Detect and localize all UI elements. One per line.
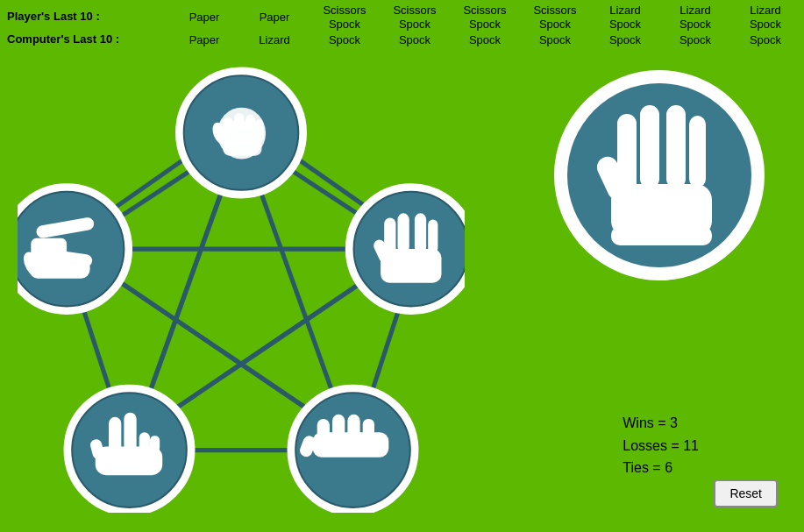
svg-rect-59 <box>666 105 686 188</box>
player-move-4: ScissorsSpock <box>380 4 450 31</box>
svg-rect-22 <box>245 115 255 131</box>
computer-move-8: Spock <box>660 33 730 47</box>
player-move-10: Spock <box>800 11 804 25</box>
computer-label: Computer's Last 10 : <box>7 31 169 49</box>
game-diagram <box>18 66 465 513</box>
player-move-2: Paper <box>239 11 310 25</box>
svg-rect-36 <box>317 419 330 444</box>
player-history-row: Player's Last 10 : Paper Paper ScissorsS… <box>7 4 797 31</box>
svg-rect-31 <box>428 219 438 253</box>
svg-rect-47 <box>150 436 160 451</box>
player-move-3: ScissorsSpock <box>310 4 380 31</box>
computer-move-6: Spock <box>520 33 590 47</box>
svg-rect-62 <box>611 226 712 245</box>
svg-rect-39 <box>363 419 374 443</box>
game-stats: Wins = 3 Losses = 11 Ties = 6 <box>623 412 699 479</box>
player-move-7: LizardSpock <box>590 4 660 31</box>
svg-rect-44 <box>109 417 121 453</box>
computer-choice-panel <box>532 70 786 298</box>
computer-move-10: Spock <box>800 33 804 47</box>
computer-move-3: Spock <box>310 33 380 47</box>
computer-history-row: Computer's Last 10 : Paper Lizard Spock … <box>7 31 797 49</box>
reset-button[interactable]: Reset <box>714 479 778 507</box>
player-move-8: LizardSpock <box>660 4 730 31</box>
player-move-5: ScissorsSpock <box>450 4 520 31</box>
computer-move-5: Spock <box>450 33 520 47</box>
svg-rect-23 <box>255 119 263 132</box>
svg-rect-45 <box>124 413 136 452</box>
svg-rect-29 <box>398 213 409 253</box>
computer-move-2: Lizard <box>239 33 310 47</box>
computer-move-1: Paper <box>169 33 239 47</box>
svg-rect-37 <box>332 415 345 442</box>
player-move-9: LizardSpock <box>730 4 800 31</box>
svg-rect-19 <box>223 141 261 156</box>
losses-stat: Losses = 11 <box>623 435 699 458</box>
svg-rect-30 <box>415 213 426 253</box>
svg-rect-38 <box>347 415 359 442</box>
computer-move-9: Spock <box>730 33 800 47</box>
ties-stat: Ties = 6 <box>623 457 699 479</box>
computer-move-7: Spock <box>590 33 660 47</box>
computer-choice-circle <box>554 70 765 280</box>
svg-rect-58 <box>640 105 659 188</box>
svg-rect-60 <box>689 116 706 188</box>
svg-rect-46 <box>139 432 150 451</box>
wins-stat: Wins = 3 <box>623 412 699 435</box>
player-move-1: Paper <box>169 11 239 25</box>
player-label: Player's Last 10 : <box>7 8 169 26</box>
svg-rect-21 <box>234 113 244 131</box>
computer-move-4: Spock <box>380 33 450 47</box>
player-move-6: ScissorsSpock <box>520 4 590 31</box>
svg-rect-53 <box>31 238 67 258</box>
header: Player's Last 10 : Paper Paper ScissorsS… <box>0 0 804 53</box>
computer-choice-icon <box>567 83 751 267</box>
